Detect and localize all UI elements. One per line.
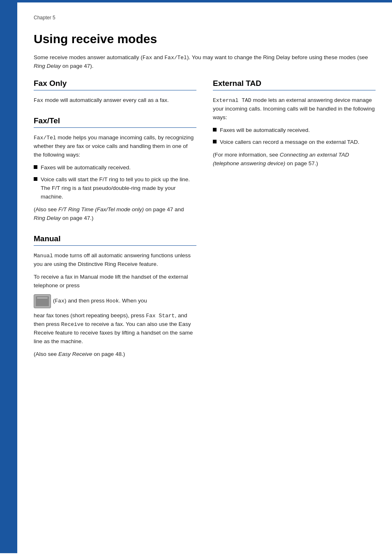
intro-text: Some receive modes answer automatically … [34,53,376,71]
fax-tel-body: Fax/Tel mode helps you manage incoming c… [34,134,196,223]
fax-button-icon [34,294,51,308]
svg-rect-0 [37,298,48,305]
right-column: External TAD External TAD mode lets an e… [213,79,376,537]
fax-code: Fax [143,55,152,61]
svg-rect-1 [38,299,44,301]
two-column-layout: Fax Only Fax mode will automatically ans… [34,79,376,537]
manual-title: Manual [34,234,196,246]
fax-tel-title: Fax/Tel [34,116,196,128]
fax-device-svg [36,296,49,306]
content-area: Chapter 5 Using receive modes Some recei… [17,2,392,553]
bullet-item: Faxes will be automatically received. [213,126,376,135]
external-tad-title: External TAD [213,79,376,90]
chapter-label: Chapter 5 [34,15,376,21]
section-fax-tel: Fax/Tel Fax/Tel mode helps you manage in… [34,116,196,223]
bullet-icon [34,177,37,181]
svg-rect-3 [38,302,47,302]
faxtel-code: Fax/Tel [164,55,187,61]
external-tad-body: External TAD mode lets an external answe… [213,96,376,168]
bullet-icon [213,128,217,132]
bullet-icon [34,165,37,169]
bullet-item: Voice callers can record a message on th… [213,138,376,147]
bullet-item: Voice calls will start the F/T ring to t… [34,175,196,201]
left-sidebar [0,2,17,553]
bullet-icon [213,140,217,143]
page: Chapter 5 Using receive modes Some recei… [0,0,392,554]
fax-only-body: Fax mode will automatically answer every… [34,96,196,105]
section-fax-only: Fax Only Fax mode will automatically ans… [34,79,196,105]
section-external-tad: External TAD External TAD mode lets an e… [213,79,376,168]
section-manual: Manual Manual mode turns off all automat… [34,234,196,359]
manual-body: Manual mode turns off all automatic answ… [34,252,196,359]
main-title: Using receive modes [34,32,376,46]
external-tad-bullets: Faxes will be automatically received. Vo… [213,126,376,147]
bullet-item: Faxes will be automatically received. [34,164,196,172]
left-column: Fax Only Fax mode will automatically ans… [34,79,196,537]
fax-tel-bullets: Faxes will be automatically received. Vo… [34,164,196,201]
svg-rect-2 [44,299,47,301]
fax-only-title: Fax Only [34,79,196,90]
